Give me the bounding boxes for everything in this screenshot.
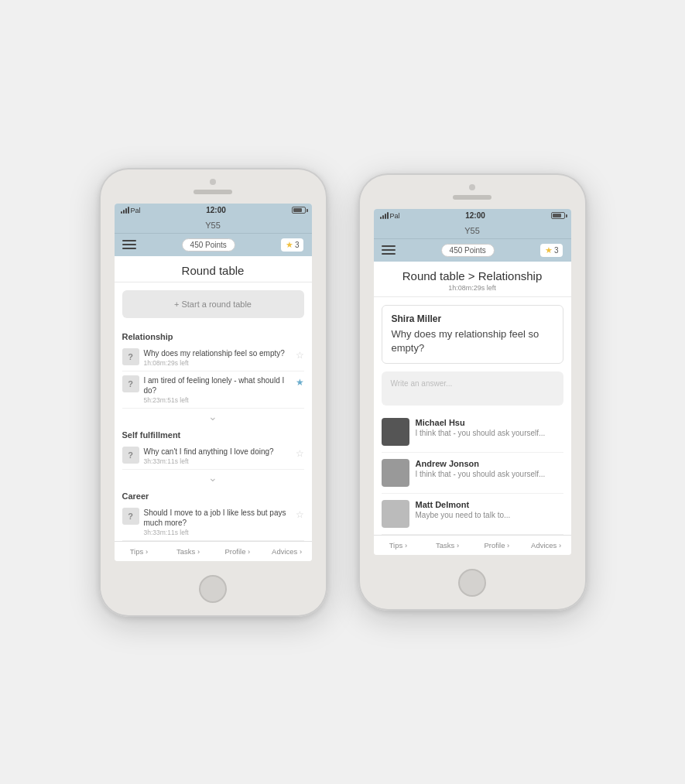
question-star-icon[interactable]: ★ (296, 377, 304, 388)
answer-name-2: Matt Delmont (416, 500, 563, 509)
star-badge-2[interactable]: ★ 3 (540, 244, 563, 257)
nav-tips-1[interactable]: Tips › (115, 542, 164, 561)
answer-preview-2: Maybe you need to talk to... (416, 511, 563, 519)
question-star-icon[interactable]: ☆ (296, 509, 304, 520)
nav-header-2: 450 Points ★ 3 (374, 239, 571, 262)
question-star-icon[interactable]: ☆ (296, 448, 304, 459)
nav-header-1: 450 Points ★ 3 (115, 234, 312, 256)
answer-text-block-0: Michael Hsu I think that - you should as… (416, 418, 563, 437)
page-title-2: Round table > Relationship (380, 269, 565, 282)
star-icon-2: ★ (545, 245, 553, 255)
nav-tips-2[interactable]: Tips › (374, 536, 423, 555)
question-star-icon[interactable]: ☆ (296, 350, 304, 361)
points-badge-2[interactable]: 450 Points (441, 244, 495, 257)
question-text-block: Why can't I find anything I love doing? … (144, 447, 291, 465)
answer-text-block-2: Matt Delmont Maybe you need to talk to..… (416, 500, 563, 519)
category-title-1: Self fulfillment (122, 424, 304, 443)
carrier-2: Pal (390, 212, 400, 220)
question-icon: ? (122, 508, 139, 525)
status-left-1: Pal (121, 207, 141, 214)
question-card-text: Why does my relationship feel so empty? (392, 327, 553, 355)
category-section-0: Relationship ? Why does my relationship … (115, 326, 312, 424)
phone-top-2 (358, 173, 587, 209)
status-bar-2: Pal 12:00 (374, 209, 571, 223)
expand-chevron-0[interactable]: ⌄ (122, 409, 304, 424)
nav-profile-2[interactable]: Profile › (472, 536, 522, 555)
hamburger-line (382, 245, 396, 247)
question-text: Why does my relationship feel so empty? (144, 348, 291, 358)
answer-avatar-0 (382, 418, 409, 446)
answer-item-1[interactable]: Andrew Jonson I think that - you should … (382, 453, 563, 494)
question-author: Shira Miller (392, 313, 553, 324)
phone-1: Pal 12:00 Y55 450 Poi (99, 168, 327, 617)
nav-profile-1[interactable]: Profile › (213, 542, 262, 561)
nav-tasks-2[interactable]: Tasks › (423, 536, 472, 555)
question-item-2-0[interactable]: ? Should I move to a job I like less but… (122, 504, 304, 541)
answer-name-1: Andrew Jonson (416, 459, 563, 468)
nav-advices-1[interactable]: Advices › (262, 542, 312, 561)
question-item-0-1[interactable]: ? I am tired of feeling lonely - what sh… (122, 371, 304, 409)
start-round-table-btn[interactable]: + Start a round table (122, 290, 304, 318)
battery-icon-1 (292, 207, 306, 214)
page-title-1: Round table (121, 264, 306, 277)
question-icon: ? (122, 447, 139, 464)
hamburger-line (122, 248, 136, 249)
star-badge-1[interactable]: ★ 3 (281, 238, 304, 252)
nav-advices-2[interactable]: Advices › (522, 536, 571, 555)
phone-bottom-2 (358, 555, 587, 611)
answer-item-2[interactable]: Matt Delmont Maybe you need to talk to..… (382, 494, 563, 535)
answer-preview-0: I think that - you should ask yourself..… (416, 429, 563, 437)
camera-1 (210, 179, 216, 185)
question-item-1-0[interactable]: ? Why can't I find anything I love doing… (122, 443, 304, 470)
signal-icon-1 (121, 207, 129, 214)
answer-text-block-1: Andrew Jonson I think that - you should … (416, 459, 563, 478)
app-subtitle-1: Y55 (205, 221, 221, 230)
hamburger-line (122, 240, 136, 241)
answer-avatar-1 (382, 459, 409, 487)
speaker-2 (453, 195, 491, 200)
expand-chevron-1[interactable]: ⌄ (122, 470, 304, 485)
star-count-1: 3 (295, 241, 300, 249)
question-item-0-0[interactable]: ? Why does my relationship feel so empty… (122, 344, 304, 371)
question-time: 3h:33m:11s left (144, 457, 291, 465)
hamburger-1[interactable] (122, 240, 136, 249)
app-subtitle-2: Y55 (464, 226, 480, 235)
question-icon: ? (122, 348, 139, 365)
screen-content-1: + Start a round table Relationship ? Why… (115, 282, 312, 541)
home-button-1[interactable] (199, 575, 227, 603)
question-text-block: Should I move to a job I like less but p… (144, 508, 291, 536)
camera-2 (469, 184, 475, 190)
question-text: I am tired of feeling lonely - what shou… (144, 375, 291, 395)
nav-tasks-1[interactable]: Tasks › (163, 542, 213, 561)
question-text-block: I am tired of feeling lonely - what shou… (144, 375, 291, 404)
screen-content-2: Shira Miller Why does my relationship fe… (374, 297, 571, 535)
answer-avatar-2 (382, 500, 409, 528)
answer-item-0[interactable]: Michael Hsu I think that - you should as… (382, 412, 563, 453)
carrier-1: Pal (131, 207, 141, 214)
points-badge-1[interactable]: 450 Points (182, 238, 235, 252)
question-time: 5h:23m:51s left (144, 396, 291, 404)
answer-input[interactable]: Write an answer... (382, 371, 563, 406)
question-time: 1h:08m:29s left (144, 359, 291, 367)
status-right-1 (292, 207, 306, 214)
page-title-bar-2: Round table > Relationship 1h:08m:29s le… (374, 262, 571, 297)
hamburger-line (382, 253, 396, 255)
category-title-0: Relationship (122, 326, 304, 344)
screen-2: Pal 12:00 Y55 450 Poi (374, 209, 571, 555)
answer-list: Michael Hsu I think that - you should as… (374, 412, 571, 535)
phone-top-1 (99, 168, 327, 204)
page-subtitle-2: 1h:08m:29s left (380, 284, 565, 292)
home-button-2[interactable] (458, 569, 486, 597)
phone-2: Pal 12:00 Y55 450 Poi (358, 173, 587, 611)
star-count-2: 3 (554, 246, 559, 255)
answer-name-0: Michael Hsu (416, 418, 563, 427)
star-icon-1: ★ (286, 240, 293, 250)
status-bar-1: Pal 12:00 (115, 204, 312, 217)
category-section-1: Self fulfillment ? Why can't I find anyt… (115, 424, 312, 485)
question-icon: ? (122, 375, 139, 392)
category-title-2: Career (122, 485, 304, 504)
screen-1: Pal 12:00 Y55 450 Poi (115, 204, 312, 561)
hamburger-2[interactable] (382, 245, 396, 255)
categories-list-1: Relationship ? Why does my relationship … (115, 326, 312, 541)
hamburger-line (122, 244, 136, 245)
